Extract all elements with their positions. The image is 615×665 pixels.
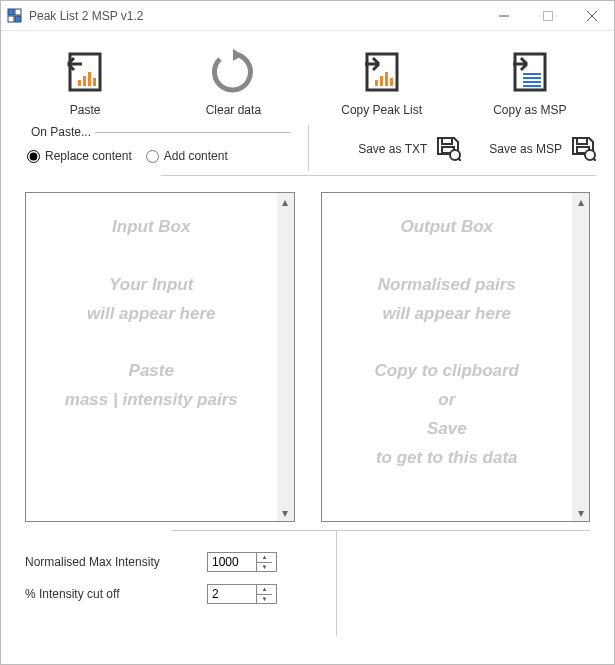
copy-peak-icon <box>357 49 407 95</box>
norm-max-intensity-input[interactable] <box>208 553 256 571</box>
step-up-icon[interactable]: ▲ <box>257 585 272 595</box>
options-row: On Paste... Replace content Add content … <box>1 125 614 171</box>
save-txt-label: Save as TXT <box>358 142 427 156</box>
scrollbar[interactable]: ▴ ▾ <box>277 193 294 521</box>
intensity-cutoff-input[interactable] <box>208 585 256 603</box>
on-paste-group: On Paste... Replace content Add content <box>27 125 290 163</box>
step-down-icon[interactable]: ▼ <box>257 563 272 572</box>
app-icon <box>7 8 23 24</box>
svg-rect-18 <box>515 54 545 90</box>
save-as-msp-button[interactable]: Save as MSP <box>489 131 596 167</box>
copy-msp-icon <box>505 49 555 95</box>
svg-rect-15 <box>380 76 383 86</box>
paste-button[interactable]: Paste <box>11 49 159 117</box>
svg-rect-1 <box>15 9 21 15</box>
step-up-icon[interactable]: ▲ <box>257 553 272 563</box>
scroll-track[interactable] <box>277 210 294 504</box>
svg-rect-9 <box>78 80 81 86</box>
norm-max-intensity-label: Normalised Max Intensity <box>25 555 195 569</box>
copy-as-msp-button[interactable]: Copy as MSP <box>456 49 604 117</box>
input-placeholder: Input Box Your Input will appear here Pa… <box>26 193 277 521</box>
svg-rect-17 <box>390 78 393 86</box>
on-paste-legend: On Paste... <box>27 125 95 139</box>
copy-peak-label: Copy Peak List <box>341 103 422 117</box>
output-textbox[interactable]: Output Box Normalised pairs will appear … <box>321 192 591 522</box>
divider <box>336 530 337 636</box>
minimize-button[interactable] <box>482 1 526 31</box>
norm-max-intensity-spinner[interactable]: ▲ ▼ <box>207 552 277 572</box>
save-msp-label: Save as MSP <box>489 142 562 156</box>
svg-rect-0 <box>8 9 14 15</box>
clear-data-button[interactable]: Clear data <box>159 49 307 117</box>
save-icon <box>570 135 596 164</box>
scroll-up-icon[interactable]: ▴ <box>572 193 589 210</box>
svg-rect-27 <box>577 138 587 144</box>
copy-peak-list-button[interactable]: Copy Peak List <box>308 49 456 117</box>
scroll-down-icon[interactable]: ▾ <box>277 504 294 521</box>
param-row-cutoff: % Intensity cut off ▲ ▼ <box>25 584 590 604</box>
svg-rect-12 <box>93 78 96 86</box>
input-textbox[interactable]: Input Box Your Input will appear here Pa… <box>25 192 295 522</box>
svg-rect-5 <box>544 11 553 20</box>
scroll-down-icon[interactable]: ▾ <box>572 504 589 521</box>
save-icon <box>435 135 461 164</box>
parameters-panel: Normalised Max Intensity ▲ ▼ % Intensity… <box>1 530 614 626</box>
output-placeholder: Output Box Normalised pairs will appear … <box>322 193 573 521</box>
radio-add-content[interactable]: Add content <box>146 149 228 163</box>
title-bar: Peak List 2 MSP v1.2 <box>1 1 614 31</box>
paste-icon <box>60 49 110 95</box>
step-down-icon[interactable]: ▼ <box>257 595 272 604</box>
radio-replace-label: Replace content <box>45 149 132 163</box>
save-as-txt-button[interactable]: Save as TXT <box>358 131 461 167</box>
paste-label: Paste <box>70 103 101 117</box>
svg-rect-10 <box>83 76 86 86</box>
intensity-cutoff-spinner[interactable]: ▲ ▼ <box>207 584 277 604</box>
maximize-button <box>526 1 570 31</box>
svg-line-30 <box>593 158 596 161</box>
scrollbar[interactable]: ▴ ▾ <box>572 193 589 521</box>
svg-rect-16 <box>385 72 388 86</box>
svg-rect-14 <box>375 80 378 86</box>
clear-label: Clear data <box>206 103 261 117</box>
radio-add-label: Add content <box>164 149 228 163</box>
window-title: Peak List 2 MSP v1.2 <box>29 9 482 23</box>
radio-replace-content[interactable]: Replace content <box>27 149 132 163</box>
radio-replace-input[interactable] <box>27 150 40 163</box>
svg-rect-11 <box>88 72 91 86</box>
svg-rect-23 <box>442 138 452 144</box>
close-button[interactable] <box>570 1 614 31</box>
intensity-cutoff-label: % Intensity cut off <box>25 587 195 601</box>
textboxes-row: Input Box Your Input will appear here Pa… <box>1 176 614 530</box>
clear-icon <box>208 49 258 95</box>
svg-line-26 <box>458 158 461 161</box>
svg-rect-3 <box>15 16 21 22</box>
radio-add-input[interactable] <box>146 150 159 163</box>
param-row-norm: Normalised Max Intensity ▲ ▼ <box>25 552 590 572</box>
scroll-track[interactable] <box>572 210 589 504</box>
scroll-up-icon[interactable]: ▴ <box>277 193 294 210</box>
toolbar: Paste Clear data Copy Peak List <box>1 31 614 125</box>
copy-msp-label: Copy as MSP <box>493 103 566 117</box>
svg-rect-2 <box>8 16 14 22</box>
